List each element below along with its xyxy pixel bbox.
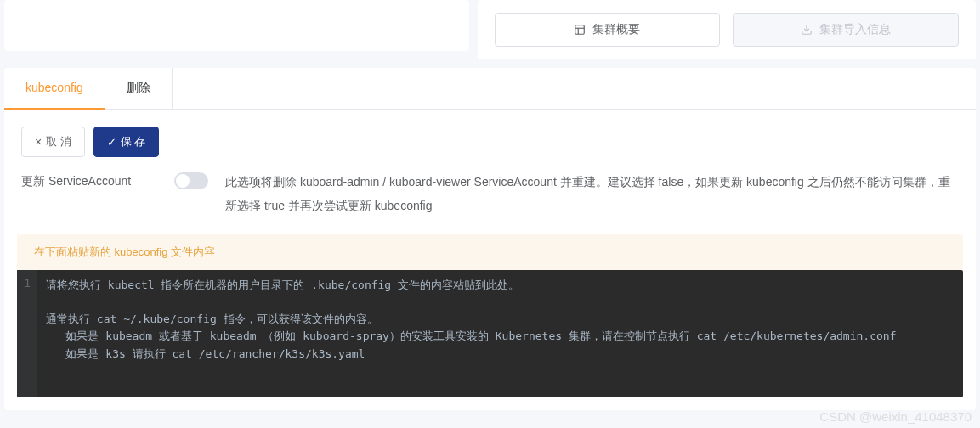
overview-label: 集群概要 <box>592 22 640 37</box>
main-card: kubeconfig 删除 取 消 保 存 更新 ServiceAccount … <box>4 68 976 410</box>
close-icon <box>35 135 42 149</box>
line-number: 1 <box>24 277 31 290</box>
paste-notice: 在下面粘贴新的 kubeconfig 文件内容 <box>17 234 963 270</box>
summary-card-left <box>4 0 469 51</box>
toolbar: 取 消 保 存 <box>4 110 976 170</box>
save-button[interactable]: 保 存 <box>93 127 160 157</box>
tab-kubeconfig[interactable]: kubeconfig <box>4 68 105 109</box>
download-icon <box>801 24 813 36</box>
editor-content[interactable]: 请将您执行 kubectl 指令所在机器的用户目录下的 .kube/config… <box>37 270 963 397</box>
update-sa-description: 此选项将删除 kuboard-admin / kuboard-viewer Se… <box>225 170 959 217</box>
form-row-update-sa: 更新 ServiceAccount 此选项将删除 kuboard-admin /… <box>4 170 976 234</box>
check-icon <box>107 136 116 149</box>
cluster-overview-button[interactable]: 集群概要 <box>495 13 721 47</box>
cluster-import-button: 集群导入信息 <box>733 13 959 47</box>
svg-rect-0 <box>575 25 585 35</box>
tab-delete[interactable]: 删除 <box>105 68 173 109</box>
cancel-button[interactable]: 取 消 <box>21 127 85 157</box>
kubeconfig-editor[interactable]: 1 请将您执行 kubectl 指令所在机器的用户目录下的 .kube/conf… <box>17 270 963 397</box>
overview-icon <box>574 24 586 36</box>
tab-delete-label: 删除 <box>127 81 150 94</box>
import-label: 集群导入信息 <box>819 22 891 37</box>
toggle-knob <box>176 174 190 188</box>
summary-card-right: 集群概要 集群导入信息 <box>478 0 977 59</box>
editor-gutter: 1 <box>17 270 37 397</box>
tabs: kubeconfig 删除 <box>4 68 976 110</box>
cancel-label: 取 消 <box>46 134 71 149</box>
save-label: 保 存 <box>121 134 146 149</box>
tab-kubeconfig-label: kubeconfig <box>25 81 83 94</box>
update-sa-label: 更新 ServiceAccount <box>21 170 174 189</box>
update-sa-toggle[interactable] <box>174 172 208 189</box>
